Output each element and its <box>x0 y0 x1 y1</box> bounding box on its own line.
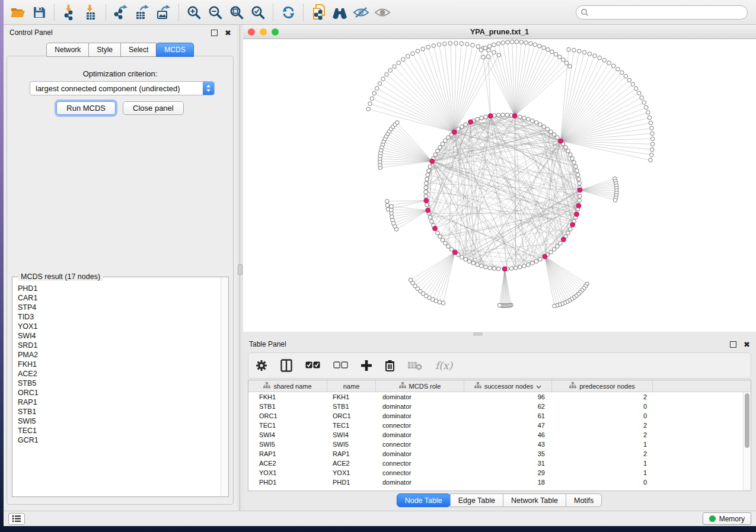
network-node[interactable] <box>464 257 468 261</box>
cell-shared-name[interactable]: RAP1 <box>248 449 327 459</box>
network-node[interactable] <box>428 216 432 220</box>
network-leaf-node[interactable] <box>616 67 620 71</box>
cell-name[interactable]: PHD1 <box>327 477 376 487</box>
network-leaf-node[interactable] <box>416 49 420 53</box>
network-node[interactable] <box>444 241 448 245</box>
network-node[interactable] <box>496 267 500 271</box>
network-leaf-node[interactable] <box>381 77 385 81</box>
zoom-selected-button[interactable] <box>247 2 269 23</box>
network-leaf-node[interactable] <box>487 44 492 49</box>
network-leaf-node[interactable] <box>375 86 379 91</box>
network-leaf-node[interactable] <box>528 41 532 46</box>
table-row[interactable]: TEC1TEC1connector472 <box>248 421 751 430</box>
export-image-button[interactable] <box>153 2 174 23</box>
network-leaf-node[interactable] <box>578 49 582 53</box>
network-leaf-node[interactable] <box>372 91 377 95</box>
mcds-result-node[interactable]: RAP1 <box>18 398 221 407</box>
network-node[interactable] <box>441 142 445 146</box>
network-node[interactable] <box>568 153 572 157</box>
scrollbar-thumb[interactable] <box>745 393 749 448</box>
network-leaf-node[interactable] <box>613 198 617 203</box>
network-leaf-node[interactable] <box>533 43 537 47</box>
network-leaf-node[interactable] <box>631 82 635 86</box>
network-leaf-node[interactable] <box>598 56 602 60</box>
network-node[interactable] <box>522 264 527 268</box>
cell-MCDS-role[interactable]: dominator <box>376 449 464 459</box>
network-leaf-node[interactable] <box>649 158 653 162</box>
mcds-result-node[interactable]: ORC1 <box>18 388 221 398</box>
network-leaf-node[interactable] <box>406 55 410 59</box>
cell-successor-nodes[interactable]: 96 <box>464 392 552 402</box>
network-node[interactable] <box>438 145 442 149</box>
network-node[interactable] <box>576 173 580 177</box>
cell-shared-name[interactable]: ORC1 <box>248 411 327 421</box>
network-node[interactable] <box>488 266 492 270</box>
network-node[interactable] <box>566 149 570 153</box>
horizontal-splitter[interactable] <box>243 332 756 336</box>
tab-style[interactable]: Style <box>88 43 121 57</box>
table-row[interactable]: SWI5SWI5connector431 <box>248 440 751 449</box>
network-leaf-node[interactable] <box>476 44 480 49</box>
selected-mcds-node[interactable] <box>543 254 547 259</box>
network-node[interactable] <box>556 245 560 249</box>
network-node[interactable] <box>578 194 582 198</box>
cell-predecessor-nodes[interactable]: 2 <box>552 392 653 402</box>
zoom-fit-button[interactable] <box>226 2 247 23</box>
task-history-button[interactable] <box>8 513 25 525</box>
mcds-result-node[interactable]: TID3 <box>18 312 221 322</box>
network-node[interactable] <box>530 261 534 265</box>
network-leaf-node[interactable] <box>492 50 496 55</box>
network-leaf-node[interactable] <box>385 199 390 203</box>
cell-predecessor-nodes[interactable]: 0 <box>552 402 653 411</box>
memory-button[interactable]: Memory <box>703 512 751 525</box>
cell-predecessor-nodes[interactable]: 1 <box>552 459 653 468</box>
network-leaf-node[interactable] <box>637 91 641 95</box>
network-node[interactable] <box>425 203 429 207</box>
network-leaf-node[interactable] <box>537 44 541 48</box>
network-leaf-node[interactable] <box>620 70 624 75</box>
float-panel-icon[interactable] <box>211 30 218 36</box>
network-node[interactable] <box>425 177 429 181</box>
network-leaf-node[interactable] <box>646 111 650 115</box>
network-node[interactable] <box>456 127 460 132</box>
network-leaf-node[interactable] <box>650 148 655 152</box>
close-panel-button[interactable]: Close panel <box>123 101 184 115</box>
network-node[interactable] <box>424 185 428 190</box>
network-node[interactable] <box>480 116 484 120</box>
cell-MCDS-role[interactable]: connector <box>376 440 464 449</box>
tab-network-table[interactable]: Network Table <box>503 493 566 507</box>
network-node[interactable] <box>552 133 556 137</box>
network-leaf-node[interactable] <box>390 204 394 209</box>
network-leaf-node[interactable] <box>497 303 502 307</box>
network-leaf-node[interactable] <box>634 86 638 91</box>
tab-network[interactable]: Network <box>46 43 89 57</box>
cell-predecessor-nodes[interactable]: 0 <box>552 477 653 487</box>
cell-shared-name[interactable]: ACE2 <box>248 459 327 468</box>
cell-shared-name[interactable]: YOX1 <box>248 468 327 477</box>
network-node[interactable] <box>509 267 513 271</box>
network-leaf-node[interactable] <box>567 47 571 52</box>
mcds-result-list[interactable]: PHD1CAR1STP4TID3YOX1SWI4SRD1PMA2FKH1ACE2… <box>12 279 221 496</box>
network-node[interactable] <box>471 261 476 265</box>
network-node[interactable] <box>578 181 582 185</box>
tab-mcds[interactable]: MCDS <box>156 43 193 57</box>
network-leaf-node[interactable] <box>524 41 528 45</box>
network-leaf-node[interactable] <box>483 46 487 50</box>
show-graphics-details-button[interactable] <box>372 2 393 23</box>
table-row[interactable]: FKH1FKH1dominator962 <box>248 392 751 402</box>
network-leaf-node[interactable] <box>593 54 597 58</box>
network-leaf-node[interactable] <box>568 65 572 69</box>
import-table-button[interactable] <box>80 2 101 23</box>
network-node[interactable] <box>484 115 488 119</box>
cell-shared-name[interactable]: PHD1 <box>248 477 327 487</box>
selected-mcds-node[interactable] <box>559 139 563 143</box>
save-session-button[interactable] <box>28 2 50 23</box>
cell-MCDS-role[interactable]: dominator <box>376 477 464 487</box>
network-node[interactable] <box>438 235 442 239</box>
network-node[interactable] <box>578 198 582 203</box>
network-node[interactable] <box>505 113 509 117</box>
table-row[interactable]: YOX1YOX1connector291 <box>248 468 751 477</box>
cell-shared-name[interactable]: STB1 <box>248 402 327 411</box>
network-node[interactable] <box>460 125 464 129</box>
table-scrollbar[interactable] <box>743 392 751 491</box>
